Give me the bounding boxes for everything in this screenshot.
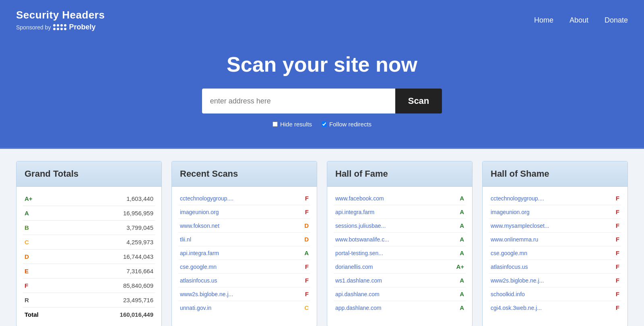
recent-scans-header: Recent Scans [172, 161, 317, 187]
grade-badge: A [456, 291, 464, 297]
grade-badge: F [301, 208, 309, 215]
grade-label: B [23, 221, 65, 235]
grade-badge: A [456, 222, 464, 229]
recent-scans-title: Recent Scans [180, 169, 309, 179]
grand-totals-body: A+ 1,603,440 A 16,956,959 B 3,799,045 C … [17, 187, 161, 326]
scan-url-link[interactable]: app.dashlane.com [335, 305, 381, 311]
scan-url-link[interactable]: unnati.gov.in [180, 305, 211, 311]
grade-badge: A [301, 250, 309, 256]
grade-count: 7,316,664 [65, 264, 155, 279]
list-item: www.mysamplecloset... F [489, 219, 621, 233]
follow-redirects-checkbox[interactable] [322, 122, 327, 127]
list-item: atlasinfocus.us F [489, 260, 621, 274]
total-count: 160,016,449 [65, 307, 155, 322]
follow-redirects-label[interactable]: Follow redirects [322, 121, 372, 128]
hero-section: Scan your site now Scan Hide results Fol… [0, 40, 644, 149]
list-item: cgi4.osk.3web.ne.j... F [489, 301, 621, 314]
scan-url-link[interactable]: tlii.nl [180, 236, 191, 243]
grade-badge: F [611, 263, 619, 270]
url-input[interactable] [202, 89, 395, 113]
scan-url-link[interactable]: atlasinfocus.us [491, 264, 528, 270]
grade-badge: F [611, 250, 619, 256]
hide-results-label[interactable]: Hide results [272, 121, 312, 128]
scan-url-link[interactable]: imageunion.org [180, 209, 219, 215]
grade-label: R [23, 293, 65, 307]
scan-url-link[interactable]: api.dashlane.com [335, 291, 380, 297]
hall-of-fame-body: www.facebook.com A api.integra.farm A se… [327, 187, 472, 319]
table-row: R 23,495,716 [23, 293, 155, 307]
main-content: Grand Totals A+ 1,603,440 A 16,956,959 B… [0, 149, 644, 326]
grade-badge: F [611, 208, 619, 215]
scan-url-link[interactable]: www.fokson.net [180, 223, 219, 229]
hall-of-fame-card: Hall of Fame www.facebook.com A api.inte… [327, 161, 473, 326]
table-row: C 4,259,973 [23, 235, 155, 250]
recent-scans-list: cctechnologygroup.... F imageunion.org F… [178, 192, 310, 314]
hall-of-shame-list: cctechnologygroup.... F imageunion.org F… [489, 192, 621, 314]
scan-url-link[interactable]: cctechnologygroup.... [491, 195, 544, 202]
scan-url-link[interactable]: schoolkid.info [491, 291, 525, 297]
grade-badge: A+ [456, 263, 464, 270]
scan-url-link[interactable]: www.facebook.com [335, 195, 384, 202]
scan-options: Hide results Follow redirects [8, 121, 636, 128]
grade-badge: C [301, 304, 309, 311]
scan-url-link[interactable]: api.integra.farm [180, 250, 219, 256]
hall-of-fame-header: Hall of Fame [327, 161, 472, 187]
grade-badge: A [456, 208, 464, 215]
grade-badge: A [456, 304, 464, 311]
probely-name: Probely [69, 23, 95, 31]
hide-results-checkbox[interactable] [272, 122, 278, 127]
scan-url-link[interactable]: www.mysamplecloset... [491, 223, 549, 229]
sponsor-line: Sponsored by Probely [16, 23, 105, 31]
grand-totals-title: Grand Totals [25, 169, 153, 179]
scan-url-link[interactable]: atlasinfocus.us [180, 277, 217, 284]
grade-badge: D [301, 236, 309, 243]
total-label: Total [23, 307, 65, 322]
scan-url-link[interactable]: cse.google.mn [180, 264, 217, 270]
scan-url-link[interactable]: www.botswanalife.c... [335, 236, 389, 243]
scan-url-link[interactable]: ws1.dashlane.com [335, 277, 382, 284]
nav-about[interactable]: About [570, 16, 588, 25]
nav-donate[interactable]: Donate [605, 16, 628, 25]
list-item: tlii.nl D [178, 233, 310, 246]
list-item: schoolkid.info F [489, 287, 621, 301]
hall-of-shame-header: Hall of Shame [483, 161, 627, 187]
list-item: cctechnologygroup.... F [178, 192, 310, 205]
grade-count: 85,840,609 [65, 279, 155, 293]
scan-url-link[interactable]: www2s.biglobe.ne.j... [180, 291, 233, 297]
hall-of-shame-card: Hall of Shame cctechnologygroup.... F im… [482, 161, 628, 326]
scan-url-link[interactable]: cctechnologygroup.... [180, 195, 233, 202]
list-item: www2s.biglobe.ne.j... F [489, 274, 621, 287]
scan-url-link[interactable]: cgi4.osk.3web.ne.j... [491, 305, 542, 311]
grade-badge: F [611, 291, 619, 297]
totals-table: A+ 1,603,440 A 16,956,959 B 3,799,045 C … [23, 192, 155, 322]
table-row-total: Total 160,016,449 [23, 307, 155, 322]
list-item: dorianellis.com A+ [334, 260, 466, 274]
scan-url-link[interactable]: portal-testing.sen... [335, 250, 383, 256]
scan-url-link[interactable]: www.onlinemma.ru [491, 236, 538, 243]
hero-heading: Scan your site now [8, 52, 636, 76]
list-item: imageunion.org F [178, 205, 310, 219]
grade-badge: F [301, 263, 309, 270]
nav-home[interactable]: Home [534, 16, 553, 25]
scan-button[interactable]: Scan [395, 89, 442, 113]
grade-count: 1,603,440 [65, 192, 155, 206]
grade-badge: F [611, 277, 619, 284]
scan-url-link[interactable]: dorianellis.com [335, 264, 373, 270]
recent-scans-body: cctechnologygroup.... F imageunion.org F… [172, 187, 317, 319]
grade-badge: A [456, 236, 464, 243]
scan-url-link[interactable]: www2s.biglobe.ne.j... [491, 277, 544, 284]
grade-label: F [23, 279, 65, 293]
scan-url-link[interactable]: imageunion.org [491, 209, 530, 215]
grade-badge: A [456, 195, 464, 202]
scan-url-link[interactable]: api.integra.farm [335, 209, 374, 215]
grade-count: 23,495,716 [65, 293, 155, 307]
scan-url-link[interactable]: cse.google.mn [491, 250, 527, 256]
logo-area: Security Headers Sponsored by Probely [16, 9, 105, 31]
grade-label: A+ [23, 192, 65, 206]
list-item: cse.google.mn F [489, 246, 621, 260]
recent-scans-card: Recent Scans cctechnologygroup.... F ima… [171, 161, 317, 326]
scan-url-link[interactable]: sessions.juliusbae... [335, 223, 386, 229]
grade-badge: F [301, 195, 309, 202]
grade-label: D [23, 250, 65, 264]
sponsored-by-label: Sponsored by [16, 24, 51, 31]
